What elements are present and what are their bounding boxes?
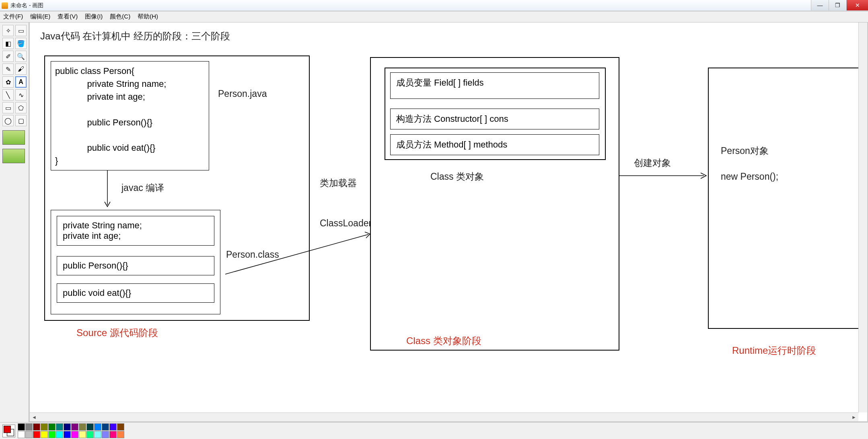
color-swatch[interactable] <box>94 423 101 431</box>
loader-label-2: ClassLoader <box>320 218 372 229</box>
color-swatch[interactable] <box>33 423 40 431</box>
color-swatch[interactable] <box>102 431 109 438</box>
color-swatch[interactable] <box>25 431 33 438</box>
stage3-box: Person对象 new Person(); <box>708 68 868 329</box>
menu-help[interactable]: 帮助(H) <box>138 13 158 21</box>
stage2-label: Class 类对象阶段 <box>406 334 481 347</box>
color-swatch[interactable] <box>117 431 124 438</box>
svg-line-1 <box>225 234 368 274</box>
canvas[interactable]: Java代码 在计算机中 经历的阶段：三个阶段 public class Per… <box>32 25 849 419</box>
new-person-label: new Person(); <box>721 171 778 182</box>
color-swatch[interactable] <box>71 431 78 438</box>
canvas-area[interactable]: Java代码 在计算机中 经历的阶段：三个阶段 public class Per… <box>29 23 868 422</box>
person-obj-label: Person对象 <box>721 145 769 157</box>
color-swatch[interactable] <box>64 423 71 431</box>
scroll-right-icon[interactable]: ► <box>849 413 858 422</box>
class-methods-row: 成员方法 Method[ ] methods <box>390 134 599 155</box>
pencil-tool[interactable]: ✎ <box>2 64 14 75</box>
color-swatch[interactable] <box>109 423 117 431</box>
airbrush-tool[interactable]: ✿ <box>2 76 14 88</box>
app-icon <box>2 2 8 9</box>
color-swatch[interactable] <box>79 431 86 438</box>
class-method: public void eat(){} <box>57 283 214 303</box>
magnify-tool[interactable]: 🔍 <box>15 51 27 62</box>
horizontal-scrollbar[interactable]: ◄ ► <box>30 412 858 421</box>
vertical-scrollbar[interactable] <box>858 23 867 412</box>
eraser-tool[interactable]: ◧ <box>2 38 14 49</box>
color-swatch[interactable] <box>41 431 48 438</box>
class-constructor: public Person(){} <box>57 256 214 275</box>
color-swatch[interactable] <box>86 431 94 438</box>
color-swatch[interactable] <box>48 431 56 438</box>
class-object-label: Class 类对象 <box>430 170 484 183</box>
person-class-box: private String name; private int age; pu… <box>51 210 220 314</box>
class-object-box: 成员变量 Field[ ] fields 构造方法 Constructor[ ]… <box>385 68 606 160</box>
freeform-select-tool[interactable]: ✧ <box>2 25 14 36</box>
workspace: ✧ ▭ ◧ 🪣 ✐ 🔍 ✎ 🖌 ✿ A ╲ ∿ ▭ ⬠ ◯ ▢ Java代码 在… <box>0 23 868 422</box>
color-swatch[interactable] <box>102 423 109 431</box>
tool-option-1[interactable] <box>2 130 25 145</box>
class-fields: private String name; private int age; <box>57 216 214 246</box>
rectangle-tool[interactable]: ▭ <box>2 102 14 113</box>
toolbox: ✧ ▭ ◧ 🪣 ✐ 🔍 ✎ 🖌 ✿ A ╲ ∿ ▭ ⬠ ◯ ▢ <box>0 23 29 422</box>
color-swatch[interactable] <box>109 431 117 438</box>
color-swatch[interactable] <box>86 423 94 431</box>
loader-label-1: 类加载器 <box>320 177 357 189</box>
stage2-box: 成员变量 Field[ ] fields 构造方法 Constructor[ ]… <box>370 57 619 351</box>
color-swatch[interactable] <box>33 431 40 438</box>
color-palette <box>18 423 124 438</box>
menu-image[interactable]: 图像(I) <box>85 13 103 21</box>
minimize-button[interactable]: — <box>811 0 829 10</box>
create-label: 创建对象 <box>634 157 671 169</box>
window-controls: — ❐ ✕ <box>811 0 868 10</box>
color-swatch[interactable] <box>48 423 56 431</box>
line-tool[interactable]: ╲ <box>2 89 14 101</box>
color-swatch[interactable] <box>71 423 78 431</box>
text-tool[interactable]: A <box>15 76 27 88</box>
color-swatch[interactable] <box>94 431 101 438</box>
menu-edit[interactable]: 编辑(E) <box>30 13 50 21</box>
brush-tool[interactable]: 🖌 <box>15 64 27 75</box>
tool-option-2[interactable] <box>2 149 25 163</box>
eyedropper-tool[interactable]: ✐ <box>2 51 14 62</box>
scroll-left-icon[interactable]: ◄ <box>30 413 39 422</box>
color-swatch[interactable] <box>25 423 33 431</box>
window-title: 未命名 - 画图 <box>10 2 43 9</box>
stage3-label: Runtime运行时阶段 <box>732 344 816 357</box>
color-swatch[interactable] <box>18 423 25 431</box>
stage1-label: Source 源代码阶段 <box>76 326 158 339</box>
polygon-tool[interactable]: ⬠ <box>15 102 27 113</box>
maximize-button[interactable]: ❐ <box>829 0 846 10</box>
file-java-label: Person.java <box>218 88 267 99</box>
arrow-create-icon <box>619 170 710 182</box>
class-fields-row: 成员变量 Field[ ] fields <box>390 72 599 99</box>
color-swatch[interactable] <box>79 423 86 431</box>
fill-tool[interactable]: 🪣 <box>15 38 27 49</box>
class-cons-row: 构造方法 Constructor[ ] cons <box>390 109 599 129</box>
menu-bar: 文件(F) 编辑(E) 查看(V) 图像(I) 颜色(C) 帮助(H) <box>0 11 868 23</box>
close-button[interactable]: ✕ <box>846 0 868 10</box>
color-bar <box>0 422 868 439</box>
stage1-code: public class Person{ private String name… <box>51 61 209 170</box>
arrow-classloader-icon <box>225 230 374 310</box>
color-preview[interactable] <box>2 425 15 437</box>
menu-file[interactable]: 文件(F) <box>3 13 23 21</box>
color-swatch[interactable] <box>56 431 63 438</box>
color-swatch[interactable] <box>18 431 25 438</box>
color-swatch[interactable] <box>41 423 48 431</box>
compile-label: javac 编译 <box>121 182 164 194</box>
title-bar: 未命名 - 画图 — ❐ ✕ <box>0 0 868 11</box>
diagram-title: Java代码 在计算机中 经历的阶段：三个阶段 <box>40 30 230 43</box>
color-swatch[interactable] <box>117 423 124 431</box>
curve-tool[interactable]: ∿ <box>15 89 27 101</box>
menu-colors[interactable]: 颜色(C) <box>110 13 130 21</box>
menu-view[interactable]: 查看(V) <box>58 13 78 21</box>
rounded-rect-tool[interactable]: ▢ <box>15 115 27 126</box>
color-swatch[interactable] <box>56 423 63 431</box>
fg-color-icon <box>4 426 11 433</box>
rect-select-tool[interactable]: ▭ <box>15 25 27 36</box>
color-swatch[interactable] <box>64 431 71 438</box>
arrow-compile-icon <box>101 170 113 211</box>
ellipse-tool[interactable]: ◯ <box>2 115 14 126</box>
